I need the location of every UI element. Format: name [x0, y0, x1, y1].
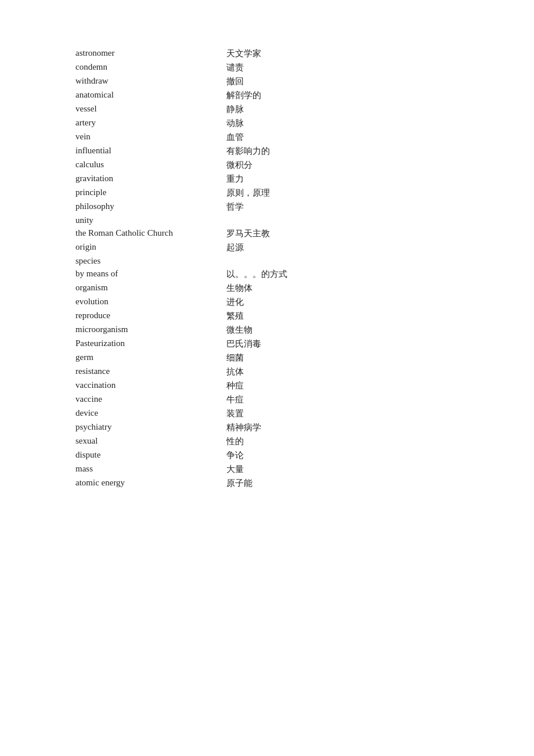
chinese-translation: 起源 — [226, 240, 459, 254]
chinese-translation: 原子能 — [226, 476, 459, 490]
english-word: vaccination — [75, 379, 226, 393]
table-row: vessel静脉 — [75, 102, 459, 116]
table-row: gravitation重力 — [75, 172, 459, 186]
english-word: device — [75, 406, 226, 420]
chinese-translation: 争论 — [226, 448, 459, 462]
chinese-translation: 微积分 — [226, 158, 459, 172]
chinese-translation: 重力 — [226, 172, 459, 186]
table-row: dispute争论 — [75, 448, 459, 462]
table-row: atomic energy原子能 — [75, 476, 459, 490]
table-row: species — [75, 254, 459, 267]
table-row: mass大量 — [75, 462, 459, 476]
table-row: unity — [75, 214, 459, 226]
chinese-translation: 静脉 — [226, 102, 459, 116]
chinese-translation — [226, 214, 459, 226]
table-row: resistance抗体 — [75, 365, 459, 379]
english-word: artery — [75, 116, 226, 130]
table-row: sexual性的 — [75, 434, 459, 448]
english-word: astronomer — [75, 46, 226, 60]
chinese-translation: 生物体 — [226, 281, 459, 295]
table-row: evolution进化 — [75, 295, 459, 309]
chinese-translation: 精神病学 — [226, 420, 459, 434]
chinese-translation: 抗体 — [226, 365, 459, 379]
table-row: artery动脉 — [75, 116, 459, 130]
english-word: microorganism — [75, 323, 226, 337]
english-word: the Roman Catholic Church — [75, 226, 226, 240]
table-row: principle原则，原理 — [75, 186, 459, 200]
table-row: microorganism微生物 — [75, 323, 459, 337]
table-row: by means of以。。。的方式 — [75, 267, 459, 281]
english-word: origin — [75, 240, 226, 254]
chinese-translation: 装置 — [226, 406, 459, 420]
english-word: anatomical — [75, 88, 226, 102]
chinese-translation: 原则，原理 — [226, 186, 459, 200]
english-word: dispute — [75, 448, 226, 462]
english-word: mass — [75, 462, 226, 476]
chinese-translation: 血管 — [226, 130, 459, 144]
chinese-translation: 撤回 — [226, 74, 459, 88]
chinese-translation: 巴氏消毒 — [226, 337, 459, 351]
english-word: vaccine — [75, 393, 226, 406]
chinese-translation: 谴责 — [226, 60, 459, 74]
chinese-translation: 性的 — [226, 434, 459, 448]
english-word: calculus — [75, 158, 226, 172]
table-row: anatomical解剖学的 — [75, 88, 459, 102]
table-row: calculus微积分 — [75, 158, 459, 172]
chinese-translation: 罗马天主教 — [226, 226, 459, 240]
vocabulary-table: astronomer天文学家condemn谴责withdraw撤回anatomi… — [75, 46, 459, 490]
chinese-translation: 细菌 — [226, 351, 459, 365]
chinese-translation: 解剖学的 — [226, 88, 459, 102]
english-word: species — [75, 254, 226, 267]
table-row: philosophy哲学 — [75, 200, 459, 214]
table-row: psychiatry精神病学 — [75, 420, 459, 434]
english-word: by means of — [75, 267, 226, 281]
table-row: origin起源 — [75, 240, 459, 254]
table-row: condemn谴责 — [75, 60, 459, 74]
english-word: unity — [75, 214, 226, 226]
english-word: evolution — [75, 295, 226, 309]
chinese-translation: 有影响力的 — [226, 144, 459, 158]
english-word: germ — [75, 351, 226, 365]
table-row: withdraw撤回 — [75, 74, 459, 88]
chinese-translation: 进化 — [226, 295, 459, 309]
english-word: influential — [75, 144, 226, 158]
chinese-translation: 种痘 — [226, 379, 459, 393]
english-word: withdraw — [75, 74, 226, 88]
english-word: atomic energy — [75, 476, 226, 490]
chinese-translation: 天文学家 — [226, 46, 459, 60]
chinese-translation: 大量 — [226, 462, 459, 476]
english-word: condemn — [75, 60, 226, 74]
table-row: Pasteurization巴氏消毒 — [75, 337, 459, 351]
english-word: psychiatry — [75, 420, 226, 434]
english-word: principle — [75, 186, 226, 200]
english-word: vessel — [75, 102, 226, 116]
table-row: device装置 — [75, 406, 459, 420]
table-row: the Roman Catholic Church罗马天主教 — [75, 226, 459, 240]
chinese-translation: 繁殖 — [226, 309, 459, 323]
english-word: vein — [75, 130, 226, 144]
english-word: sexual — [75, 434, 226, 448]
chinese-translation: 动脉 — [226, 116, 459, 130]
english-word: Pasteurization — [75, 337, 226, 351]
english-word: resistance — [75, 365, 226, 379]
table-row: influential有影响力的 — [75, 144, 459, 158]
table-row: reproduce繁殖 — [75, 309, 459, 323]
table-row: astronomer天文学家 — [75, 46, 459, 60]
table-row: germ细菌 — [75, 351, 459, 365]
english-word: philosophy — [75, 200, 226, 214]
table-row: organism生物体 — [75, 281, 459, 295]
chinese-translation: 以。。。的方式 — [226, 267, 459, 281]
english-word: gravitation — [75, 172, 226, 186]
table-row: vaccination种痘 — [75, 379, 459, 393]
chinese-translation — [226, 254, 459, 267]
english-word: reproduce — [75, 309, 226, 323]
english-word: organism — [75, 281, 226, 295]
chinese-translation: 哲学 — [226, 200, 459, 214]
chinese-translation: 微生物 — [226, 323, 459, 337]
chinese-translation: 牛痘 — [226, 393, 459, 406]
table-row: vaccine牛痘 — [75, 393, 459, 406]
table-row: vein血管 — [75, 130, 459, 144]
